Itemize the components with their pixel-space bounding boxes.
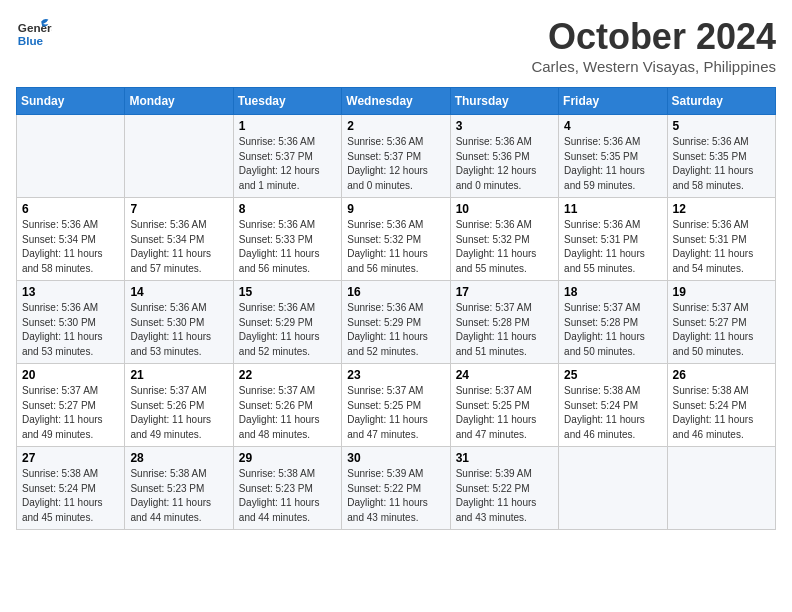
day-info: Sunrise: 5:37 AMSunset: 5:27 PMDaylight:… <box>22 384 119 442</box>
calendar-cell: 12Sunrise: 5:36 AMSunset: 5:31 PMDayligh… <box>667 198 775 281</box>
day-info: Sunrise: 5:38 AMSunset: 5:23 PMDaylight:… <box>239 467 336 525</box>
day-info: Sunrise: 5:36 AMSunset: 5:35 PMDaylight:… <box>673 135 770 193</box>
logo: General Blue <box>16 16 52 56</box>
day-info: Sunrise: 5:36 AMSunset: 5:37 PMDaylight:… <box>347 135 444 193</box>
page-header: General Blue October 2024 Carles, Wester… <box>16 16 776 75</box>
day-info: Sunrise: 5:38 AMSunset: 5:23 PMDaylight:… <box>130 467 227 525</box>
day-info: Sunrise: 5:36 AMSunset: 5:30 PMDaylight:… <box>22 301 119 359</box>
calendar-cell: 20Sunrise: 5:37 AMSunset: 5:27 PMDayligh… <box>17 364 125 447</box>
day-number: 2 <box>347 119 444 133</box>
day-number: 20 <box>22 368 119 382</box>
day-info: Sunrise: 5:37 AMSunset: 5:25 PMDaylight:… <box>456 384 553 442</box>
calendar-cell: 15Sunrise: 5:36 AMSunset: 5:29 PMDayligh… <box>233 281 341 364</box>
weekday-header: Monday <box>125 88 233 115</box>
day-number: 23 <box>347 368 444 382</box>
calendar-cell: 24Sunrise: 5:37 AMSunset: 5:25 PMDayligh… <box>450 364 558 447</box>
day-number: 24 <box>456 368 553 382</box>
day-number: 29 <box>239 451 336 465</box>
calendar-cell: 29Sunrise: 5:38 AMSunset: 5:23 PMDayligh… <box>233 447 341 530</box>
weekday-header: Friday <box>559 88 667 115</box>
day-info: Sunrise: 5:36 AMSunset: 5:32 PMDaylight:… <box>456 218 553 276</box>
day-number: 6 <box>22 202 119 216</box>
day-info: Sunrise: 5:38 AMSunset: 5:24 PMDaylight:… <box>22 467 119 525</box>
calendar-cell: 31Sunrise: 5:39 AMSunset: 5:22 PMDayligh… <box>450 447 558 530</box>
day-info: Sunrise: 5:36 AMSunset: 5:36 PMDaylight:… <box>456 135 553 193</box>
title-block: October 2024 Carles, Western Visayas, Ph… <box>531 16 776 75</box>
day-number: 14 <box>130 285 227 299</box>
day-info: Sunrise: 5:37 AMSunset: 5:25 PMDaylight:… <box>347 384 444 442</box>
day-info: Sunrise: 5:36 AMSunset: 5:31 PMDaylight:… <box>673 218 770 276</box>
calendar-cell: 30Sunrise: 5:39 AMSunset: 5:22 PMDayligh… <box>342 447 450 530</box>
day-number: 7 <box>130 202 227 216</box>
day-info: Sunrise: 5:38 AMSunset: 5:24 PMDaylight:… <box>673 384 770 442</box>
day-info: Sunrise: 5:36 AMSunset: 5:32 PMDaylight:… <box>347 218 444 276</box>
calendar-cell: 9Sunrise: 5:36 AMSunset: 5:32 PMDaylight… <box>342 198 450 281</box>
calendar-cell: 22Sunrise: 5:37 AMSunset: 5:26 PMDayligh… <box>233 364 341 447</box>
weekday-header: Saturday <box>667 88 775 115</box>
calendar-cell: 6Sunrise: 5:36 AMSunset: 5:34 PMDaylight… <box>17 198 125 281</box>
calendar-cell <box>559 447 667 530</box>
calendar-cell: 25Sunrise: 5:38 AMSunset: 5:24 PMDayligh… <box>559 364 667 447</box>
calendar-cell: 4Sunrise: 5:36 AMSunset: 5:35 PMDaylight… <box>559 115 667 198</box>
svg-text:General: General <box>18 21 52 34</box>
day-number: 19 <box>673 285 770 299</box>
logo-icon: General Blue <box>16 16 52 56</box>
calendar-header: SundayMondayTuesdayWednesdayThursdayFrid… <box>17 88 776 115</box>
svg-text:Blue: Blue <box>18 34 44 47</box>
day-number: 25 <box>564 368 661 382</box>
calendar-cell <box>125 115 233 198</box>
day-number: 1 <box>239 119 336 133</box>
day-info: Sunrise: 5:37 AMSunset: 5:26 PMDaylight:… <box>239 384 336 442</box>
calendar-cell: 14Sunrise: 5:36 AMSunset: 5:30 PMDayligh… <box>125 281 233 364</box>
day-number: 9 <box>347 202 444 216</box>
calendar-cell: 18Sunrise: 5:37 AMSunset: 5:28 PMDayligh… <box>559 281 667 364</box>
calendar-cell: 21Sunrise: 5:37 AMSunset: 5:26 PMDayligh… <box>125 364 233 447</box>
weekday-header: Wednesday <box>342 88 450 115</box>
day-info: Sunrise: 5:37 AMSunset: 5:28 PMDaylight:… <box>564 301 661 359</box>
day-number: 21 <box>130 368 227 382</box>
calendar-cell: 28Sunrise: 5:38 AMSunset: 5:23 PMDayligh… <box>125 447 233 530</box>
calendar-cell: 23Sunrise: 5:37 AMSunset: 5:25 PMDayligh… <box>342 364 450 447</box>
day-info: Sunrise: 5:37 AMSunset: 5:28 PMDaylight:… <box>456 301 553 359</box>
calendar-cell <box>667 447 775 530</box>
day-number: 15 <box>239 285 336 299</box>
calendar-cell <box>17 115 125 198</box>
day-number: 4 <box>564 119 661 133</box>
day-number: 30 <box>347 451 444 465</box>
calendar-cell: 10Sunrise: 5:36 AMSunset: 5:32 PMDayligh… <box>450 198 558 281</box>
weekday-header: Sunday <box>17 88 125 115</box>
day-info: Sunrise: 5:37 AMSunset: 5:26 PMDaylight:… <box>130 384 227 442</box>
page-subtitle: Carles, Western Visayas, Philippines <box>531 58 776 75</box>
calendar-cell: 13Sunrise: 5:36 AMSunset: 5:30 PMDayligh… <box>17 281 125 364</box>
weekday-header: Tuesday <box>233 88 341 115</box>
day-info: Sunrise: 5:39 AMSunset: 5:22 PMDaylight:… <box>347 467 444 525</box>
day-number: 28 <box>130 451 227 465</box>
calendar-cell: 17Sunrise: 5:37 AMSunset: 5:28 PMDayligh… <box>450 281 558 364</box>
calendar-cell: 1Sunrise: 5:36 AMSunset: 5:37 PMDaylight… <box>233 115 341 198</box>
day-number: 10 <box>456 202 553 216</box>
calendar-cell: 19Sunrise: 5:37 AMSunset: 5:27 PMDayligh… <box>667 281 775 364</box>
calendar-cell: 7Sunrise: 5:36 AMSunset: 5:34 PMDaylight… <box>125 198 233 281</box>
day-number: 31 <box>456 451 553 465</box>
day-info: Sunrise: 5:36 AMSunset: 5:30 PMDaylight:… <box>130 301 227 359</box>
calendar-cell: 2Sunrise: 5:36 AMSunset: 5:37 PMDaylight… <box>342 115 450 198</box>
day-number: 12 <box>673 202 770 216</box>
weekday-header: Thursday <box>450 88 558 115</box>
calendar-cell: 11Sunrise: 5:36 AMSunset: 5:31 PMDayligh… <box>559 198 667 281</box>
calendar-cell: 27Sunrise: 5:38 AMSunset: 5:24 PMDayligh… <box>17 447 125 530</box>
day-info: Sunrise: 5:38 AMSunset: 5:24 PMDaylight:… <box>564 384 661 442</box>
day-info: Sunrise: 5:36 AMSunset: 5:34 PMDaylight:… <box>130 218 227 276</box>
calendar-cell: 8Sunrise: 5:36 AMSunset: 5:33 PMDaylight… <box>233 198 341 281</box>
day-number: 8 <box>239 202 336 216</box>
day-number: 26 <box>673 368 770 382</box>
calendar-table: SundayMondayTuesdayWednesdayThursdayFrid… <box>16 87 776 530</box>
calendar-cell: 16Sunrise: 5:36 AMSunset: 5:29 PMDayligh… <box>342 281 450 364</box>
day-info: Sunrise: 5:36 AMSunset: 5:31 PMDaylight:… <box>564 218 661 276</box>
day-number: 18 <box>564 285 661 299</box>
day-number: 27 <box>22 451 119 465</box>
day-number: 13 <box>22 285 119 299</box>
day-info: Sunrise: 5:36 AMSunset: 5:37 PMDaylight:… <box>239 135 336 193</box>
day-info: Sunrise: 5:39 AMSunset: 5:22 PMDaylight:… <box>456 467 553 525</box>
day-info: Sunrise: 5:36 AMSunset: 5:33 PMDaylight:… <box>239 218 336 276</box>
day-info: Sunrise: 5:36 AMSunset: 5:29 PMDaylight:… <box>347 301 444 359</box>
